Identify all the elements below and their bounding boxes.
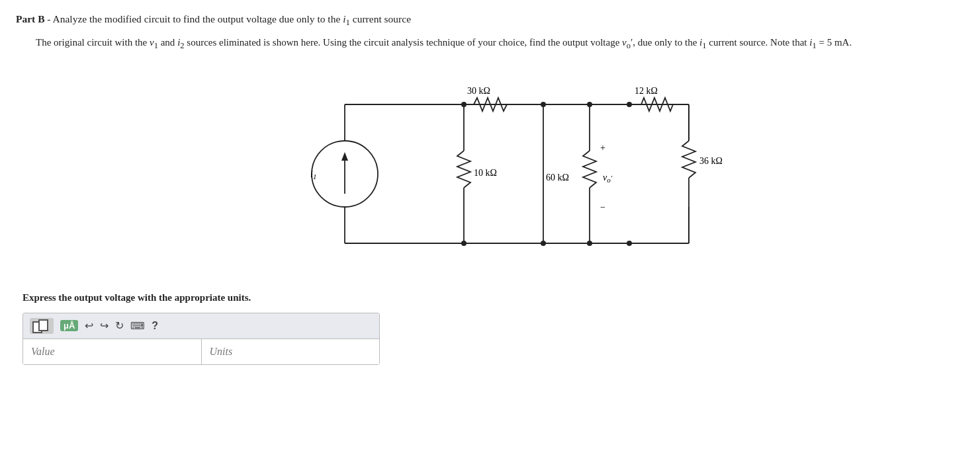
svg-point-32 — [587, 102, 592, 107]
description: The original circuit with the v1 and i2 … — [36, 35, 949, 52]
r3-label: 10 kΩ — [474, 168, 497, 178]
circuit-area: text { font-family: "Times New Roman", T… — [16, 65, 964, 276]
squares-icon-group[interactable] — [30, 318, 54, 334]
r4-label: 60 kΩ — [546, 173, 569, 182]
keyboard-button[interactable]: ⌨ — [130, 320, 145, 332]
vo-plus: + — [600, 143, 605, 153]
svg-point-35 — [541, 241, 546, 246]
part-b-title-text: - Analyze the modified circuit to find t… — [47, 13, 411, 24]
circuit-svg: text { font-family: "Times New Roman", T… — [239, 65, 742, 276]
svg-point-37 — [627, 241, 632, 246]
input-row — [23, 339, 379, 364]
units-input[interactable] — [202, 339, 380, 364]
svg-point-36 — [587, 241, 592, 246]
answer-box: μÅ ↩ ↪ ↻ ⌨ ? — [22, 313, 380, 365]
r5-label: 36 kΩ — [699, 156, 723, 166]
refresh-button[interactable]: ↻ — [115, 319, 124, 332]
svg-point-31 — [541, 102, 546, 107]
r2-label: 12 kΩ — [635, 86, 658, 96]
value-input[interactable] — [23, 339, 202, 364]
part-b-title: Part B - Analyze the modified circuit to… — [16, 12, 964, 28]
squares-icon — [32, 319, 51, 333]
circuit-diagram: text { font-family: "Times New Roman", T… — [239, 65, 742, 276]
r1-label: 30 kΩ — [467, 86, 490, 96]
help-button[interactable]: ? — [152, 320, 158, 332]
svg-point-33 — [627, 102, 632, 107]
express-label: Express the output voltage with the appr… — [22, 292, 964, 303]
vo-label: vo′ — [603, 173, 613, 184]
undo-button[interactable]: ↩ — [85, 319, 93, 332]
mu-button[interactable]: μÅ — [60, 320, 78, 331]
redo-button[interactable]: ↪ — [100, 319, 109, 332]
vo-minus: − — [600, 202, 605, 212]
part-b-bold: Part B — [16, 13, 44, 24]
toolbar: μÅ ↩ ↪ ↻ ⌨ ? — [23, 313, 379, 339]
